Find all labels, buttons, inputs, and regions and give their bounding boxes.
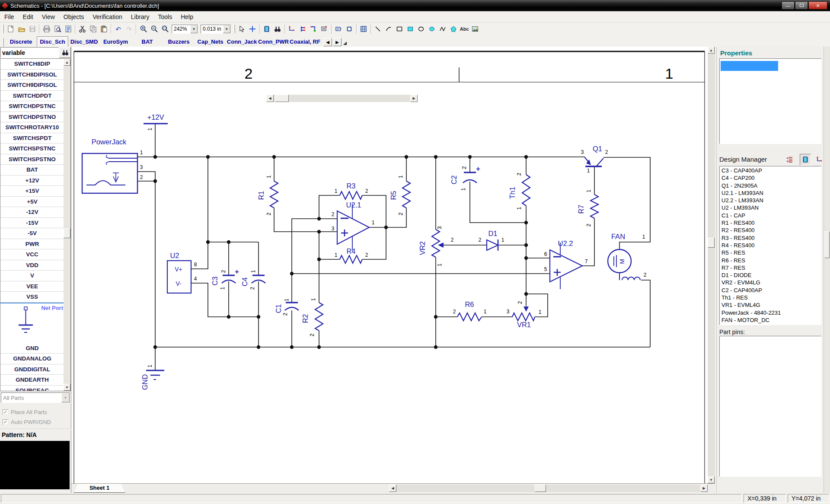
draw-arc-button[interactable]	[383, 24, 394, 34]
tab-overflow-corner[interactable]	[343, 41, 347, 45]
tab-bat[interactable]: BAT	[131, 37, 163, 47]
titles-button[interactable]	[63, 24, 73, 34]
design-item-r1[interactable]: R1 - RES400	[720, 219, 821, 226]
tabs-scroll-left-button[interactable]: ◀	[323, 38, 332, 46]
place-net-port-button[interactable]	[319, 24, 330, 34]
properties-selected-row[interactable]	[721, 61, 778, 71]
component-search-button[interactable]	[59, 47, 71, 58]
tab-discrete[interactable]: Discrete	[5, 37, 37, 47]
menu-objects[interactable]: Objects	[59, 13, 88, 21]
design-item-r7[interactable]: R7 - RES	[720, 264, 821, 271]
sheet-tab[interactable]: Sheet 1	[74, 484, 125, 493]
draw-filled-rectangle-button[interactable]	[405, 24, 416, 34]
new-file-button[interactable]	[5, 24, 16, 34]
list-scroll-up-button[interactable]: ▲	[64, 59, 70, 66]
place-bus-button[interactable]	[297, 24, 308, 34]
draw-rectangle-button[interactable]	[394, 24, 405, 34]
canvas-hscroll-track[interactable]	[396, 485, 700, 492]
grid-size-value[interactable]: 0.013 in	[201, 26, 223, 32]
copy-button[interactable]	[88, 24, 99, 34]
place-part-button[interactable]	[333, 24, 344, 34]
design-item-r5[interactable]: R5 - RES	[720, 249, 821, 256]
component-item-switchdpdt[interactable]: SWITCHDPDT	[0, 91, 64, 102]
design-item-c3[interactable]: C3 - CAP400AP	[720, 167, 821, 174]
component-item-bat[interactable]: BAT	[0, 165, 64, 175]
place-all-parts-checkbox[interactable]: ✓	[3, 409, 8, 415]
right-strip-thumb[interactable]	[824, 231, 830, 258]
place-image-button[interactable]	[470, 24, 481, 34]
tabstrip-scroll-right[interactable]: ▶	[410, 95, 418, 102]
design-item-c2[interactable]: C2 - CAP400AP	[720, 287, 821, 294]
zoom-window-button[interactable]	[160, 24, 170, 34]
component-item-switch8dipisol[interactable]: SWITCH8DIPISOL	[0, 70, 64, 80]
print-preview-button[interactable]	[52, 24, 63, 34]
zoom-level-dropdown[interactable]: ▼	[190, 25, 198, 33]
canvas-vertical-scrollbar[interactable]: ▲ ▼	[708, 47, 715, 483]
component-item-+12v[interactable]: +12V	[0, 175, 64, 186]
find-component-button[interactable]	[272, 24, 283, 34]
design-item-d1[interactable]: D1 - DIODE	[720, 271, 821, 279]
menu-library[interactable]: Library	[127, 13, 154, 21]
canvas-scroll-up[interactable]: ▲	[708, 47, 715, 54]
paste-button[interactable]	[99, 24, 109, 34]
component-item-switch9dipisol[interactable]: SWITCH9DIPISOL	[0, 80, 64, 91]
redo-button[interactable]: ↷	[124, 24, 134, 34]
component-item-switchdpstno[interactable]: SWITCHDPSTNO	[0, 112, 64, 123]
design-item-u2-1[interactable]: U2.1 - LM393AN	[720, 189, 821, 197]
list-scroll-thumb[interactable]	[64, 228, 70, 238]
schematic-drawing[interactable]: 21+12VPowerJackU2C3C4C1R2R1R3U2.1R4R5VR2…	[71, 47, 708, 483]
tab-eurosym[interactable]: EuroSym	[100, 37, 131, 47]
properties-list[interactable]	[719, 58, 821, 144]
component-item-gndanalog[interactable]: GNDANALOG	[0, 354, 64, 364]
component-item-+5v[interactable]: +5V	[0, 197, 64, 207]
component-item--12v[interactable]: -12V	[0, 207, 64, 218]
tabstrip-scroll-thumb[interactable]	[275, 95, 289, 102]
component-search-input[interactable]	[0, 47, 59, 58]
undo-button[interactable]: ↶	[113, 24, 124, 34]
tabs-scroll-right-button[interactable]: ▶	[333, 38, 342, 46]
component-list-scrollbar[interactable]: ▲ ▼	[64, 59, 70, 391]
design-item-th1[interactable]: Th1 - RES	[720, 294, 821, 301]
canvas-hscroll-thumb[interactable]	[535, 485, 546, 492]
canvas-horizontal-scrollbar[interactable]: ◀ ▶	[389, 485, 708, 492]
minimize-button[interactable]: —	[782, 1, 795, 10]
component-item-v[interactable]: V	[0, 271, 64, 281]
menu-file[interactable]: File	[0, 13, 19, 21]
component-item-switchrotary10[interactable]: SWITCHROTARY10	[0, 122, 64, 133]
parts-filter-dropdown[interactable]: ▼	[61, 393, 70, 402]
component-item-sourceac[interactable]: SOURCEAC	[0, 386, 64, 392]
component-item-vdd[interactable]: VDD	[0, 260, 64, 271]
select-mode-button[interactable]	[236, 24, 247, 34]
component-item-switch8dip[interactable]: SWITCH8DIP	[0, 59, 64, 70]
place-wire-button[interactable]	[287, 24, 297, 34]
tab-conn-jack[interactable]: Conn_Jack	[226, 37, 258, 47]
parts-filter-combo[interactable]: All Parts ▼	[1, 392, 70, 403]
component-item--15v[interactable]: -15V	[0, 218, 64, 229]
component-item-+15v[interactable]: +15V	[0, 186, 64, 197]
draw-polygon-button[interactable]	[448, 24, 459, 34]
component-item-gnd[interactable]: GND	[0, 343, 64, 354]
component-item-switchspdt[interactable]: SWITCHSPDT	[0, 133, 64, 144]
tab-strip-scrollbar[interactable]: ◀ ▶	[266, 95, 418, 103]
zoom-level-combo[interactable]: 242% ▼	[172, 25, 198, 34]
component-item-vee[interactable]: VEE	[0, 281, 64, 292]
print-button[interactable]	[41, 24, 52, 34]
zoom-out-button[interactable]	[149, 24, 160, 34]
design-item-r2[interactable]: R2 - RES400	[720, 226, 821, 234]
place-chip-button[interactable]	[344, 24, 355, 34]
tab-disc-sch[interactable]: Disc_Sch	[37, 36, 68, 47]
tab-conn-pwr[interactable]: Conn_PWR	[258, 37, 289, 47]
part-pins-list[interactable]	[719, 336, 821, 477]
tab-disc-smd[interactable]: Disc_SMD	[68, 37, 100, 47]
close-button[interactable]: ×	[808, 1, 827, 10]
tab-buzzers[interactable]: Buzzers	[163, 37, 195, 47]
component-item-vcc[interactable]: VCC	[0, 249, 64, 260]
tabstrip-scroll-track[interactable]	[274, 95, 410, 102]
component-item-switchdpstnc[interactable]: SWITCHDPSTNC	[0, 101, 64, 112]
design-item-r4[interactable]: R4 - RES400	[720, 242, 821, 249]
menu-tools[interactable]: Tools	[154, 13, 177, 21]
design-item-q1[interactable]: Q1 - 2N2905A	[720, 182, 821, 189]
component-item-gndearth[interactable]: GNDEARTH	[0, 375, 64, 386]
design-item-u2[interactable]: U2 - LM393AN	[720, 204, 821, 211]
design-item-vr1[interactable]: VR1 - EVML4G	[720, 301, 821, 309]
